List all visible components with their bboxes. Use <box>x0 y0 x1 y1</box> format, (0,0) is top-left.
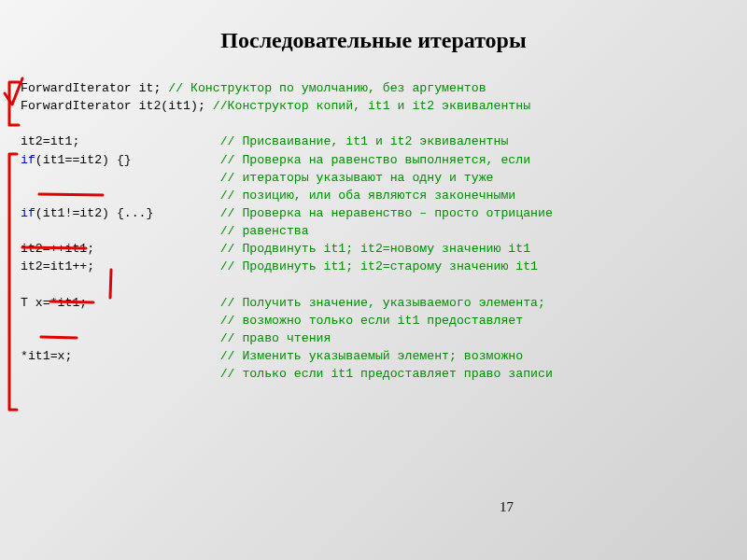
code-comment: // Присваивание, it1 и it2 эквивалентны <box>220 134 509 148</box>
code-keyword: if <box>21 153 35 167</box>
code-comment: // Получить значение, указываемого элеме… <box>220 296 545 310</box>
code-text <box>21 189 220 203</box>
code-text: (it1!=it2) {...} <box>35 206 220 220</box>
code-comment: //Конструктор копий, it1 и it2 эквивален… <box>213 99 530 113</box>
code-keyword: if <box>21 206 35 220</box>
code-text: it2=it1; <box>21 134 220 148</box>
code-text <box>21 367 220 381</box>
code-comment: // только если it1 предоставляет право з… <box>220 367 553 381</box>
code-comment: // Конструктор по умолчанию, без аргумен… <box>168 81 486 95</box>
code-comment: // Проверка на неравенство – просто отри… <box>220 206 553 220</box>
code-text: (it1==it2) {} <box>35 153 220 167</box>
code-comment: // возможно только если it1 предоставляе… <box>220 314 523 328</box>
code-comment: // право чтения <box>220 331 331 345</box>
code-text <box>21 171 220 185</box>
code-text: it2=it1++; <box>21 259 220 273</box>
page-number: 17 <box>500 499 514 515</box>
code-text: T x=*it1; <box>21 296 220 310</box>
code-text <box>21 314 220 328</box>
code-text: ForwardIterator it; <box>21 81 168 95</box>
page-title: Последовательные итераторы <box>19 28 728 53</box>
code-text: it2=++it1; <box>21 242 220 256</box>
code-comment: // Продвинуть it1; it2=новому значению i… <box>220 242 530 256</box>
code-comment: // Продвинуть it1; it2=старому значению … <box>220 259 538 273</box>
code-comment: // равенства <box>220 224 309 238</box>
code-comment: // Изменить указываемый элемент; возможн… <box>220 349 523 363</box>
code-text <box>21 331 220 345</box>
code-text <box>21 224 220 238</box>
code-text: *it1=x; <box>21 349 220 363</box>
code-comment: // итераторы указывают на одну и туже <box>220 171 494 185</box>
code-comment: // позицию, или оба являются законечными <box>220 189 516 203</box>
code-comment: // Проверка на равенство выполняется, ес… <box>220 153 530 167</box>
code-listing: ForwardIterator it; // Конструктор по ум… <box>21 79 728 383</box>
code-text: ForwardIterator it2(it1); <box>21 99 213 113</box>
slide: Последовательные итераторы ForwardIterat… <box>0 0 747 560</box>
annotation-bracket <box>6 152 21 417</box>
